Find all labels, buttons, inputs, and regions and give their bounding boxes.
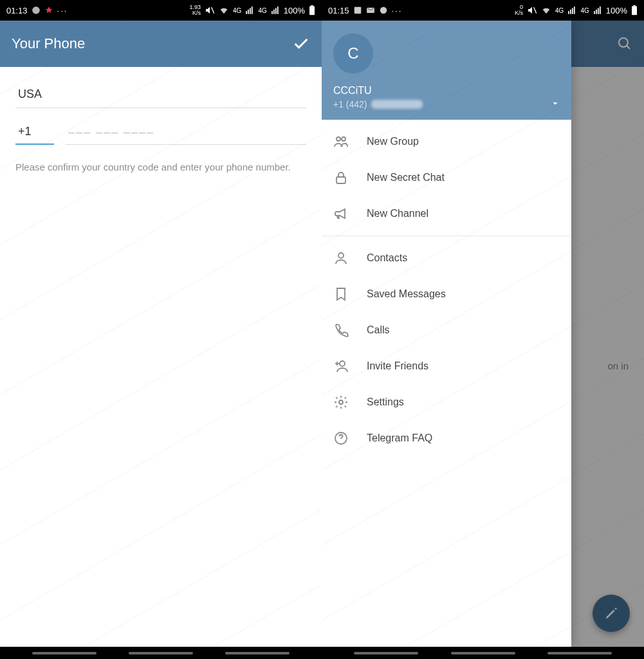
svg-rect-16	[569, 11, 570, 14]
help-text: Please confirm your country code and ent…	[15, 160, 306, 174]
dial-code-input[interactable]: +1	[15, 125, 54, 145]
app-icon	[379, 6, 388, 15]
drawer-menu: New GroupNew Secret ChatNew ChannelConta…	[322, 120, 571, 460]
gallery-icon	[353, 6, 362, 15]
confirm-button[interactable]	[292, 35, 310, 53]
drawer-item-new-secret-chat[interactable]: New Secret Chat	[322, 160, 571, 196]
status-more-icon: ···	[392, 6, 403, 15]
drawer-item-label: Invite Friends	[367, 360, 428, 372]
bookmark-icon	[333, 286, 349, 302]
drawer-item-label: Saved Messages	[367, 288, 446, 300]
svg-rect-22	[598, 8, 599, 14]
status-bar: 01:13 ··· 1.93 K/s 4G 4G 100%	[0, 0, 322, 21]
svg-point-32	[340, 361, 345, 366]
svg-line-15	[534, 7, 537, 13]
signal-bars-icon	[567, 6, 576, 15]
invite-icon	[333, 358, 349, 374]
megaphone-icon	[333, 206, 349, 221]
phone-prefix: +1 (442)	[333, 99, 367, 109]
phone-masked	[371, 100, 423, 109]
svg-rect-2	[246, 11, 248, 14]
svg-rect-9	[277, 6, 279, 14]
svg-rect-11	[311, 5, 313, 6]
drawer-item-label: Contacts	[367, 252, 407, 264]
help-icon	[333, 431, 349, 446]
drawer-item-invite-friends[interactable]: Invite Friends	[322, 348, 571, 384]
page-title: Your Phone	[12, 35, 85, 52]
svg-point-0	[32, 6, 40, 14]
status-bar: 01:15 ··· 0 K/s 4G 4G 100%	[322, 0, 644, 21]
wifi-icon	[541, 5, 551, 15]
mute-icon	[527, 5, 537, 15]
drawer-header: C CCCiTU +1 (442)	[322, 21, 571, 120]
drawer-item-label: Telegram FAQ	[367, 432, 432, 444]
battery-icon	[631, 5, 638, 15]
group-icon	[333, 134, 349, 149]
svg-point-29	[342, 137, 345, 141]
chevron-down-icon[interactable]	[551, 99, 560, 108]
signal-4g-icon: 4G	[580, 7, 589, 14]
gear-icon	[333, 394, 349, 410]
mute-icon	[205, 5, 215, 15]
screen-your-phone: 01:13 ··· 1.93 K/s 4G 4G 100% Your Phone	[0, 0, 322, 659]
lock-icon	[333, 170, 349, 185]
country-field[interactable]: USA	[15, 84, 306, 108]
nav-recents[interactable]	[32, 652, 97, 654]
nav-back[interactable]	[547, 652, 612, 654]
phone-form: USA +1 ––– ––– –––– Please confirm your …	[0, 67, 322, 191]
svg-point-28	[336, 137, 340, 141]
svg-rect-4	[250, 8, 251, 14]
svg-rect-7	[273, 10, 275, 14]
signal-4g-icon: 4G	[258, 7, 266, 14]
svg-rect-30	[336, 177, 345, 183]
status-speed: 0 K/s	[515, 5, 523, 16]
nav-home[interactable]	[451, 652, 515, 654]
menu-divider	[322, 236, 571, 236]
signal-bars-icon	[245, 6, 254, 15]
appbar: Your Phone	[0, 21, 322, 67]
status-more-icon: ···	[57, 6, 68, 15]
svg-rect-3	[248, 10, 249, 14]
status-battery: 100%	[284, 6, 305, 15]
drawer-item-label: Settings	[367, 396, 404, 408]
status-speed: 1.93 K/s	[190, 5, 201, 16]
nav-recents[interactable]	[354, 652, 418, 654]
android-nav-bar	[322, 647, 644, 659]
status-battery: 100%	[606, 6, 627, 15]
nav-back[interactable]	[225, 652, 290, 654]
phone-number-input[interactable]: ––– ––– ––––	[66, 125, 306, 145]
account-phone: +1 (442)	[333, 99, 560, 109]
navigation-drawer: C CCCiTU +1 (442) New GroupNew Secret Ch…	[322, 21, 571, 647]
android-nav-bar	[0, 647, 322, 659]
drawer-item-new-group[interactable]: New Group	[322, 124, 571, 160]
svg-rect-12	[354, 7, 361, 14]
drawer-item-calls[interactable]: Calls	[322, 312, 571, 348]
signal-bars-icon	[271, 6, 280, 15]
svg-rect-6	[271, 11, 273, 14]
status-time: 01:15	[328, 6, 349, 15]
drawer-item-contacts[interactable]: Contacts	[322, 240, 571, 276]
svg-rect-18	[572, 8, 573, 14]
svg-point-31	[338, 253, 344, 258]
avatar[interactable]: C	[333, 33, 373, 73]
svg-rect-10	[309, 6, 315, 15]
drawer-item-label: New Channel	[367, 208, 428, 219]
svg-rect-20	[594, 11, 595, 14]
svg-rect-24	[632, 6, 637, 15]
svg-rect-17	[570, 10, 571, 14]
nav-home[interactable]	[129, 652, 193, 654]
drawer-item-label: New Group	[367, 136, 419, 147]
drawer-item-telegram-faq[interactable]: Telegram FAQ	[322, 420, 571, 456]
phone-icon	[333, 322, 349, 338]
svg-rect-21	[596, 10, 597, 14]
svg-point-14	[380, 7, 387, 14]
drawer-item-new-channel[interactable]: New Channel	[322, 196, 571, 232]
wifi-icon	[219, 5, 229, 15]
drawer-item-saved-messages[interactable]: Saved Messages	[322, 276, 571, 312]
drawer-item-settings[interactable]: Settings	[322, 384, 571, 420]
screen-drawer-open: 01:15 ··· 0 K/s 4G 4G 100% on in	[322, 0, 644, 659]
svg-rect-5	[252, 6, 253, 14]
status-icon	[32, 6, 41, 15]
status-time: 01:13	[6, 6, 28, 15]
signal-bars-icon	[593, 6, 602, 15]
